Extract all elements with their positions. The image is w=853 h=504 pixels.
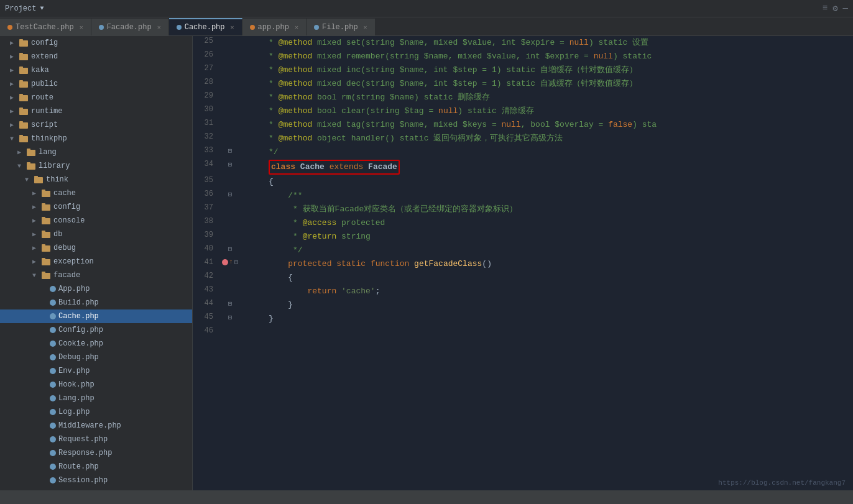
fold-icon[interactable]: ⊟ (228, 300, 233, 308)
sidebar-item-lang[interactable]: ▶ lang (0, 145, 192, 159)
fold-icon[interactable]: ⊟ (228, 245, 233, 253)
svg-rect-13 (19, 121, 23, 123)
sidebar-item-db[interactable]: ▶ db (0, 227, 192, 241)
sidebar-item-facade[interactable]: ▼ facade (0, 268, 192, 282)
sidebar-item-config-folder[interactable]: ▶ config (0, 200, 192, 214)
table-row: 32 * @method object handler() static 返回句… (193, 132, 853, 145)
svg-rect-18 (27, 163, 35, 170)
sidebar-label-console: console (53, 216, 85, 225)
sidebar-label-route: route (31, 93, 53, 102)
folder-icon (41, 190, 51, 197)
sidebar-item-runtime[interactable]: ▶ runtime (0, 104, 192, 118)
fold-icon[interactable]: ⊟ (228, 147, 233, 155)
svg-rect-24 (42, 204, 50, 211)
fold-icon[interactable]: ⊟ (228, 161, 233, 168)
sidebar-label-cookie-php: Cookie.php (58, 339, 103, 348)
folder-icon (19, 80, 29, 88)
code-container[interactable]: 25 * @method mixed set(string $name, mix… (193, 36, 853, 490)
line-number: 37 (193, 203, 221, 216)
tab-close-app[interactable]: ✕ (295, 24, 298, 31)
arrow-icon: ▶ (10, 53, 19, 60)
table-row: 28 * @method mixed dec(string $name, int… (193, 77, 853, 91)
svg-rect-7 (19, 80, 23, 82)
folder-icon (19, 94, 29, 101)
line-number: 28 (193, 77, 221, 91)
fold-icon[interactable]: ⊟ (234, 258, 239, 266)
sidebar-label-public: public (31, 80, 58, 88)
sidebar-item-middleware-php[interactable]: Middleware.php (0, 419, 192, 433)
title-bar-left: Project ▼ (5, 4, 44, 13)
sidebar-item-config-php[interactable]: Config.php (0, 323, 192, 337)
sidebar-item-app-php[interactable]: App.php (0, 282, 192, 296)
line-gutter (221, 77, 239, 91)
tab-close-file[interactable]: ✕ (364, 24, 367, 31)
sidebar-item-cache-folder[interactable]: ▶ cache (0, 186, 192, 200)
table-row: 27 * @method mixed inc(string $name, int… (193, 63, 853, 77)
sidebar-item-log-php[interactable]: Log.php (0, 405, 192, 419)
tab-cache[interactable]: Cache.php ✕ (169, 18, 242, 35)
chevron-down-icon: ▼ (40, 5, 44, 12)
fold-icon[interactable]: ⊟ (228, 314, 233, 321)
tab-file[interactable]: File.php ✕ (307, 18, 376, 35)
sidebar-item-public[interactable]: ▶ public (0, 77, 192, 91)
tab-close-facade[interactable]: ✕ (157, 24, 161, 31)
menu-icon[interactable]: ≡ (823, 3, 828, 14)
svg-rect-25 (42, 203, 45, 205)
table-row: 35 { (193, 175, 853, 189)
tab-label-testcache: TestCache.php (16, 23, 74, 32)
svg-rect-6 (19, 81, 28, 88)
sidebar-item-think[interactable]: ▼ think (0, 173, 192, 186)
sidebar-item-request-php[interactable]: Request.php (0, 433, 192, 446)
tab-close-testcache[interactable]: ✕ (80, 24, 83, 31)
folder-icon-open (34, 176, 44, 183)
tab-facade[interactable]: Facade.php ✕ (91, 18, 169, 35)
arrow-icon: ▼ (10, 135, 19, 142)
arrow-icon: ▶ (10, 39, 19, 47)
sidebar-label-config: config (31, 39, 58, 47)
code-table: 25 * @method mixed set(string $name, mix… (193, 36, 853, 339)
svg-rect-16 (27, 150, 35, 156)
breakpoint-icon[interactable] (222, 259, 228, 265)
folder-icon (41, 217, 51, 224)
sidebar-item-exception[interactable]: ▶ exception (0, 255, 192, 268)
sidebar-item-cache-php[interactable]: Cache.php (0, 309, 192, 323)
sidebar-item-lang-php[interactable]: Lang.php (0, 392, 192, 405)
sidebar-item-config[interactable]: ▶ config (0, 36, 192, 50)
sidebar-item-library[interactable]: ▼ library (0, 159, 192, 173)
sidebar-item-route-php[interactable]: Route.php (0, 460, 192, 474)
sidebar[interactable]: ▶ config ▶ extend ▶ kaka ▶ (0, 36, 193, 490)
folder-icon (41, 258, 51, 265)
settings-icon[interactable]: ⚙ (832, 3, 837, 14)
sidebar-item-kaka[interactable]: ▶ kaka (0, 63, 192, 77)
sidebar-item-extend[interactable]: ▶ extend (0, 50, 192, 63)
sidebar-item-debug[interactable]: ▶ debug (0, 241, 192, 255)
folder-icon (41, 231, 51, 238)
sidebar-item-cookie-php[interactable]: Cookie.php (0, 337, 192, 351)
sidebar-item-session-php[interactable]: Session.php (0, 474, 192, 487)
line-number: 42 (193, 271, 221, 285)
tab-testcache[interactable]: TestCache.php ✕ (0, 18, 91, 35)
tab-close-cache[interactable]: ✕ (231, 24, 234, 31)
tab-dot-file (314, 25, 319, 30)
sidebar-item-hook-php[interactable]: Hook.php (0, 378, 192, 392)
fold-icon[interactable]: ⊟ (228, 191, 233, 198)
line-gutter: ⊟ (221, 145, 239, 159)
code-line: * @method mixed dec(string $name, int $s… (239, 77, 853, 91)
line-gutter (221, 63, 239, 77)
sidebar-label-thinkphp: thinkphp (31, 134, 67, 143)
sidebar-item-response-php[interactable]: Response.php (0, 446, 192, 460)
table-row: 26 * @method mixed remember(string $name… (193, 50, 853, 63)
sidebar-item-route[interactable]: ▶ route (0, 91, 192, 104)
sidebar-item-script[interactable]: ▶ script (0, 118, 192, 132)
minimize-icon[interactable]: — (843, 3, 848, 14)
sidebar-item-env-php[interactable]: Env.php (0, 364, 192, 378)
sidebar-item-debug-php[interactable]: Debug.php (0, 351, 192, 364)
svg-rect-1 (19, 39, 23, 41)
file-dot-route (50, 464, 56, 470)
sidebar-item-build-php[interactable]: Build.php (0, 296, 192, 309)
code-line: * @method bool clear(string $tag = null)… (239, 104, 853, 118)
sidebar-item-console[interactable]: ▶ console (0, 214, 192, 227)
tab-app[interactable]: app.php ✕ (242, 18, 307, 35)
table-row: 36 ⊟ /** (193, 189, 853, 203)
sidebar-item-thinkphp[interactable]: ▼ thinkphp (0, 132, 192, 145)
